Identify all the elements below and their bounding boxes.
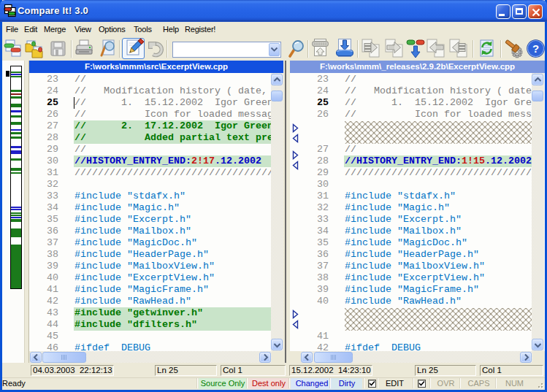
svg-text:?: ?	[532, 42, 539, 55]
